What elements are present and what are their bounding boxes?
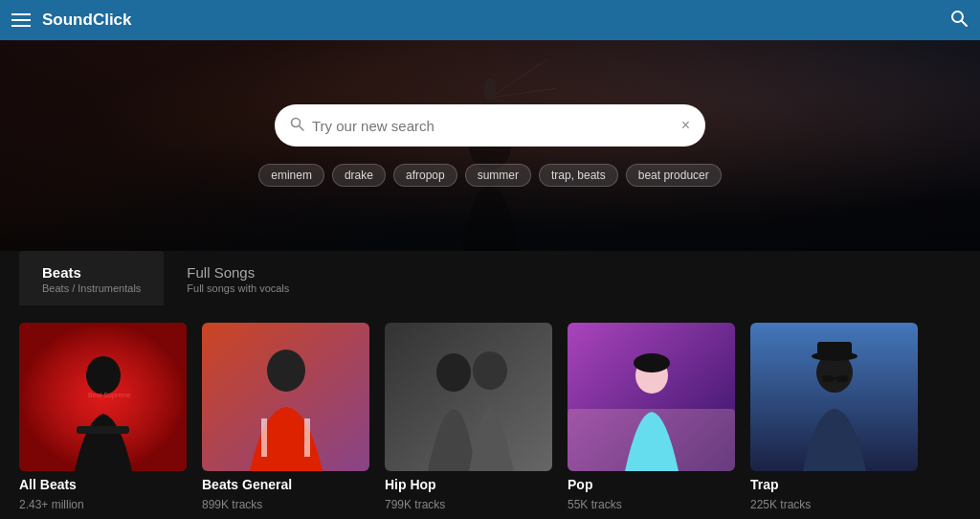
tab-title-full-songs: Full Songs	[187, 264, 289, 281]
svg-line-11	[300, 126, 304, 131]
card-trap[interactable]: Trap225K tracks	[750, 323, 918, 511]
tab-title-beats: Beats	[42, 264, 141, 281]
card-beats-general[interactable]: Beats General899K tracks	[202, 323, 369, 511]
tabs: Beats Beats / Instrumentals Full Songs F…	[19, 251, 961, 305]
search-clear-button[interactable]: ×	[681, 117, 690, 134]
search-tag[interactable]: beat producer	[626, 164, 722, 187]
hero-section: × eminemdrakeafropopsummertrap, beatsbea…	[0, 40, 980, 251]
svg-point-18	[267, 350, 305, 392]
card-hip-hop[interactable]: Hip Hop799K tracks	[385, 323, 552, 511]
search-bar[interactable]: ×	[275, 104, 705, 147]
card-subtitle-all-beats: 2.43+ million	[19, 498, 187, 511]
tab-beats[interactable]: Beats Beats / Instrumentals	[19, 251, 164, 305]
card-subtitle-trap: 225K tracks	[750, 498, 918, 511]
svg-rect-20	[304, 418, 310, 457]
bottom-section: Beats Beats / Instrumentals Full Songs F…	[0, 251, 980, 519]
search-tag[interactable]: trap, beats	[539, 164, 618, 187]
header-left: SoundClick	[11, 11, 132, 30]
svg-line-1	[962, 20, 968, 26]
svg-point-22	[436, 353, 471, 392]
card-title-pop: Pop	[568, 477, 735, 492]
svg-rect-15	[77, 426, 129, 434]
card-subtitle-hip-hop: 799K tracks	[385, 498, 552, 511]
svg-rect-32	[822, 375, 834, 382]
svg-point-23	[473, 351, 507, 390]
svg-point-14	[86, 356, 121, 395]
card-title-trap: Trap	[750, 477, 918, 492]
card-title-all-beats: All Beats	[19, 477, 187, 492]
search-tag[interactable]: afropop	[393, 164, 457, 187]
search-tag[interactable]: summer	[465, 164, 531, 187]
card-image-pop	[568, 323, 735, 471]
search-tag[interactable]: drake	[332, 164, 386, 187]
cards-container: Beat Supreme All Beats2.43+ million Beat…	[19, 323, 961, 511]
card-subtitle-pop: 55K tracks	[568, 498, 735, 511]
hero-content: × eminemdrakeafropopsummertrap, beatsbea…	[0, 104, 980, 187]
header: SoundClick	[0, 0, 980, 40]
card-title-hip-hop: Hip Hop	[385, 477, 552, 492]
search-input[interactable]	[312, 118, 674, 134]
header-search-icon[interactable]	[949, 9, 969, 33]
tab-sub-beats: Beats / Instrumentals	[42, 282, 141, 294]
svg-rect-19	[261, 418, 267, 457]
card-pop[interactable]: Pop55K tracks	[568, 323, 735, 511]
tab-full-songs[interactable]: Full Songs Full songs with vocals	[164, 251, 312, 305]
svg-point-27	[634, 353, 670, 372]
svg-rect-31	[817, 342, 852, 358]
tab-sub-full-songs: Full songs with vocals	[187, 282, 289, 294]
card-image-trap	[750, 323, 918, 471]
card-image-beats-general	[202, 323, 369, 471]
search-bar-icon	[290, 117, 304, 134]
search-tags: eminemdrakeafropopsummertrap, beatsbeat …	[258, 164, 722, 187]
card-image-hip-hop	[385, 323, 552, 471]
svg-text:Beat Supreme: Beat Supreme	[88, 392, 131, 399]
card-title-beats-general: Beats General	[202, 477, 369, 492]
menu-button[interactable]	[11, 13, 31, 27]
card-all-beats[interactable]: Beat Supreme All Beats2.43+ million	[19, 323, 187, 511]
card-image-all-beats: Beat Supreme	[19, 323, 187, 471]
logo: SoundClick	[42, 11, 132, 30]
svg-rect-33	[836, 375, 848, 382]
card-subtitle-beats-general: 899K tracks	[202, 498, 369, 511]
search-tag[interactable]: eminem	[258, 164, 324, 187]
